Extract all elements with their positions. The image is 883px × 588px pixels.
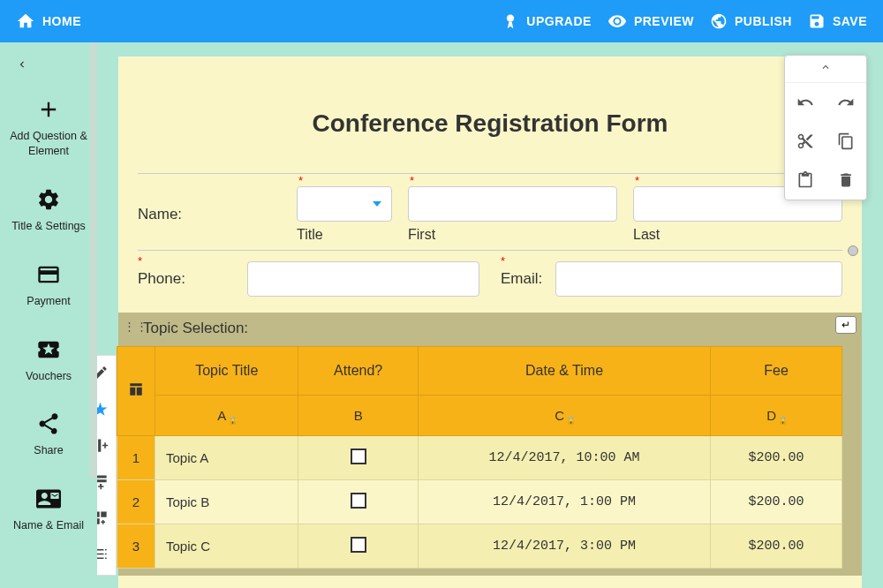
sidebar-add-label: Add Question & Element	[4, 129, 94, 159]
upgrade-button[interactable]: UPGRADE	[502, 12, 592, 30]
add-row-icon[interactable]	[97, 473, 109, 494]
row-number[interactable]: 1	[117, 436, 155, 480]
required-indicator: *	[410, 174, 414, 187]
upgrade-label: UPGRADE	[526, 14, 592, 28]
preview-label: PREVIEW	[634, 14, 694, 28]
cell-attend[interactable]	[298, 524, 418, 569]
col-header-datetime[interactable]: Date & Time	[418, 347, 710, 396]
required-indicator: *	[501, 254, 505, 268]
name-last-sublabel: Last	[633, 227, 842, 243]
lock-icon: 🔒	[228, 416, 238, 425]
name-title-sublabel: Title	[297, 227, 392, 243]
home-label: HOME	[42, 14, 81, 28]
col-header-fee[interactable]: Fee	[711, 347, 842, 396]
copy-button[interactable]	[826, 122, 866, 161]
settings-list-icon[interactable]	[97, 546, 109, 566]
email-input[interactable]	[555, 261, 842, 297]
topic-section: ⋮⋮ ↵ Topic Selection:	[118, 313, 862, 576]
sidebar-share[interactable]: Share	[0, 397, 97, 472]
name-title-select[interactable]	[297, 186, 392, 222]
sidebar-add-question[interactable]: Add Question & Element	[0, 83, 97, 173]
cell-title[interactable]: Topic B	[155, 480, 298, 524]
sidebar-payment[interactable]: Payment	[0, 248, 97, 323]
cell-datetime[interactable]: 12/4/2017, 3:00 PM	[418, 524, 710, 569]
table-row: 2 Topic B 12/4/2017, 1:00 PM $200.00	[117, 480, 842, 524]
header: HOME UPGRADE PREVIEW PUBLISH SAVE	[0, 0, 883, 42]
sidebar-title-settings[interactable]: Title & Settings	[0, 173, 97, 248]
col-header-attend[interactable]: Attend?	[298, 347, 418, 396]
col-sub-c[interactable]: C🔒	[418, 396, 710, 436]
sidebar-vouchers-label: Vouchers	[26, 369, 72, 384]
lock-icon: 🔒	[566, 416, 576, 425]
edit-icon[interactable]	[97, 365, 109, 385]
table-toolbar	[97, 355, 117, 576]
table-row: 1 Topic A 12/4/2017, 10:00 AM $200.00	[117, 436, 842, 480]
sidebar-settings-label: Title & Settings	[11, 219, 86, 234]
name-row: Name: * Title * First * L	[138, 173, 842, 243]
name-first-sublabel: First	[408, 227, 617, 243]
required-indicator: *	[635, 174, 639, 187]
required-indicator: *	[138, 254, 142, 268]
checkbox[interactable]	[351, 493, 366, 509]
delete-button[interactable]	[826, 161, 866, 200]
preview-button[interactable]: PREVIEW	[608, 11, 694, 31]
back-button[interactable]	[0, 49, 97, 83]
cell-title[interactable]: Topic A	[155, 436, 298, 480]
name-first-input[interactable]	[408, 186, 617, 222]
sidebar-name-email[interactable]: Name & Email	[0, 472, 97, 547]
form-card: Conference Registration Form Name: * Tit…	[118, 57, 862, 588]
publish-button[interactable]: PUBLISH	[710, 12, 792, 30]
paste-button[interactable]	[785, 161, 826, 200]
col-sub-b[interactable]: B	[298, 396, 418, 436]
collapse-button[interactable]	[785, 56, 866, 83]
cell-title[interactable]: Topic C	[155, 524, 298, 569]
col-header-title[interactable]: Topic Title	[155, 347, 298, 396]
row-number[interactable]: 2	[117, 480, 155, 524]
add-table-icon[interactable]	[97, 509, 109, 530]
sidebar-share-label: Share	[34, 443, 63, 458]
form-title: Conference Registration Form	[138, 109, 842, 138]
cell-fee[interactable]: $200.00	[711, 480, 842, 524]
sidebar-vouchers[interactable]: Vouchers	[0, 323, 97, 398]
save-label: SAVE	[833, 14, 867, 28]
checkbox[interactable]	[351, 449, 366, 464]
enter-icon[interactable]: ↵	[835, 316, 857, 334]
cell-fee[interactable]: $200.00	[711, 524, 842, 569]
drag-handle-icon[interactable]: ⋮⋮	[124, 320, 148, 333]
email-label: Email:	[501, 270, 545, 288]
col-sub-d[interactable]: D🔒	[711, 396, 842, 436]
home-button[interactable]: HOME	[16, 11, 81, 31]
cut-button[interactable]	[785, 122, 826, 161]
sidebar-scrollbar[interactable]	[90, 42, 97, 479]
phone-input[interactable]	[247, 261, 479, 297]
sidebar-nameemail-label: Name & Email	[13, 518, 84, 533]
save-button[interactable]: SAVE	[808, 12, 867, 30]
cell-datetime[interactable]: 12/4/2017, 10:00 AM	[418, 436, 710, 480]
required-indicator: *	[298, 174, 303, 187]
cell-attend[interactable]	[298, 480, 418, 524]
topic-label: Topic Selection:	[143, 320, 842, 337]
row-number[interactable]: 3	[117, 524, 155, 569]
table-row: 3 Topic C 12/4/2017, 3:00 PM $200.00	[117, 524, 842, 569]
phone-label: Phone:	[138, 270, 237, 288]
sidebar-payment-label: Payment	[26, 294, 70, 309]
asterisk-icon[interactable]	[97, 401, 109, 421]
svg-point-0	[507, 15, 514, 22]
floating-toolbar	[784, 55, 867, 200]
col-sub-a[interactable]: A🔒	[155, 396, 298, 436]
cell-fee[interactable]: $200.00	[711, 436, 842, 480]
redo-button[interactable]	[826, 83, 866, 122]
cell-attend[interactable]	[298, 436, 418, 480]
name-label: Name:	[138, 206, 297, 223]
checkbox[interactable]	[351, 537, 366, 553]
sidebar: Add Question & Element Title & Settings …	[0, 42, 97, 588]
add-column-icon[interactable]	[97, 437, 109, 457]
lock-icon: 🔒	[778, 416, 788, 425]
topic-table: Topic Title Attend? Date & Time Fee A🔒 B…	[117, 346, 842, 569]
cell-datetime[interactable]: 12/4/2017, 1:00 PM	[418, 480, 710, 524]
publish-label: PUBLISH	[735, 14, 792, 28]
resize-handle[interactable]	[848, 245, 858, 256]
table-corner	[117, 347, 155, 436]
undo-button[interactable]	[785, 83, 826, 122]
